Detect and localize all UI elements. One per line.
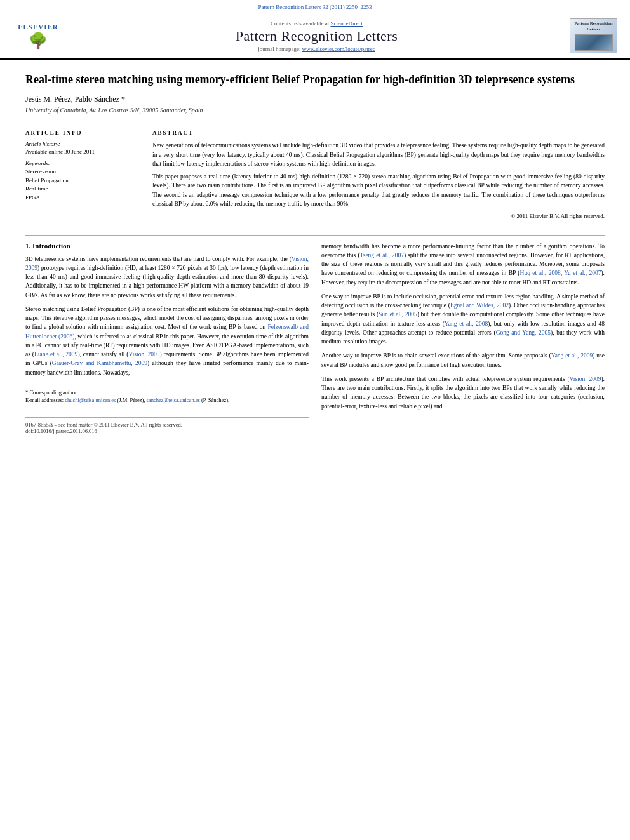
history-section: Article history: Available online 30 Jun… — [25, 141, 140, 155]
sun-ref[interactable]: Sun et al., 2005 — [379, 311, 417, 317]
paper-title: Real-time stereo matching using memory-e… — [25, 72, 605, 87]
intro-para2: Stereo matching using Belief Propagation… — [25, 305, 309, 377]
elsevier-tree-icon: 🌳 — [29, 32, 48, 50]
body-content: 1. Introduction 3D telepresence systems … — [25, 242, 605, 434]
vision2009-ref3[interactable]: Vision, 2009 — [570, 376, 601, 382]
yang2008-ref[interactable]: Yang et al., 2008 — [445, 321, 488, 327]
journal-title: Pattern Recognition Letters — [64, 28, 570, 44]
abstract-text: New generations of telecommunications sy… — [152, 141, 605, 220]
sciencedirect-link[interactable]: ScienceDirect — [331, 20, 363, 27]
content-divider — [25, 235, 605, 236]
left-column: 1. Introduction 3D telepresence systems … — [25, 242, 309, 434]
liang-ref[interactable]: Liang et al., 2009 — [34, 351, 77, 357]
main-content: Real-time stereo matching using memory-e… — [0, 60, 630, 447]
yang2009-ref[interactable]: Yang et al., 2009 — [551, 352, 593, 359]
tseng-ref[interactable]: Tseng et al., 2007 — [360, 252, 404, 258]
elsevier-logo: ELSEVIER 🌳 — [13, 23, 64, 50]
email2-link[interactable]: sanchez@teisa.unican.es — [147, 397, 200, 403]
homepage-link[interactable]: www.elsevier.com/locate/patrec — [302, 46, 375, 52]
footer-issn: 0167-8655/$ – see front matter © 2011 El… — [25, 422, 309, 428]
right-para3: Another way to improve BP is to chain se… — [321, 351, 605, 370]
vision2009-ref2[interactable]: Vision, 2009 — [128, 351, 159, 357]
thumb-image — [575, 34, 613, 51]
journal-thumbnail: Pattern Recognition Letters — [570, 18, 617, 53]
right-para2: One way to improve BP is to include occl… — [321, 292, 605, 347]
abstract-heading: ABSTRACT — [152, 130, 605, 136]
right-para4: This work presents a BP architecture tha… — [321, 375, 605, 411]
right-para1: memory bandwidth has become a more perfo… — [321, 242, 605, 287]
footer-section: 0167-8655/$ – see front matter © 2011 El… — [25, 417, 309, 434]
journal-citation: Pattern Recognition Letters 32 (2011) 22… — [0, 0, 630, 13]
intro-para1: 3D telepresence systems have implementat… — [25, 255, 309, 300]
intro-section-title: 1. Introduction — [25, 242, 309, 250]
yu-ref[interactable]: Yu et al., 2007 — [564, 270, 601, 276]
egnal-ref[interactable]: Egnal and Wildes, 2002 — [450, 302, 509, 309]
footer-doi: doi:10.1016/j.patrec.2011.06.016 — [25, 428, 309, 434]
keywords-section: Keywords: Stereo-vision Belief Propagati… — [25, 160, 140, 202]
article-info-heading: ARTICLE INFO — [25, 130, 140, 136]
journal-header-center: Contents lists available at ScienceDirec… — [64, 20, 570, 52]
email1-link[interactable]: chuchi@teisa.unican.es — [65, 397, 116, 403]
footnote-corresponding: * Corresponding author. — [25, 389, 309, 397]
article-info: ARTICLE INFO Article history: Available … — [25, 124, 140, 224]
journal-homepage: journal homepage: www.elsevier.com/locat… — [64, 46, 570, 52]
article-meta-section: ARTICLE INFO Article history: Available … — [25, 124, 605, 224]
huq-ref[interactable]: Huq et al., 2008 — [520, 270, 561, 276]
right-column: memory bandwidth has become a more perfo… — [321, 242, 605, 434]
elsevier-brand: ELSEVIER — [18, 23, 58, 30]
keywords-list: Stereo-vision Belief Propagation Real-ti… — [25, 168, 140, 202]
thumb-label: Pattern Recognition Letters — [572, 21, 615, 32]
vision2009-ref1[interactable]: Vision, 2009 — [25, 256, 309, 271]
grauer-ref[interactable]: Grauer-Gray and Kambhamettu, 2009 — [52, 360, 147, 366]
gong-ref[interactable]: Gong and Yang, 2005 — [496, 330, 551, 336]
abstract-section: ABSTRACT New generations of telecommunic… — [152, 124, 605, 224]
affiliation: University of Cantabria, Av. Los Castros… — [25, 107, 605, 114]
footnote-email: E-mail addresses: chuchi@teisa.unican.es… — [25, 397, 309, 404]
journal-masthead: ELSEVIER 🌳 Contents lists available at S… — [0, 13, 630, 60]
authors: Jesús M. Pérez, Pablo Sánchez * — [25, 95, 605, 104]
footnote-section: * Corresponding author. E-mail addresses… — [25, 385, 309, 404]
felzenswalb-ref[interactable]: Felzenswalb and Huttenlocher (2006) — [25, 324, 309, 339]
contents-line: Contents lists available at ScienceDirec… — [64, 20, 570, 27]
